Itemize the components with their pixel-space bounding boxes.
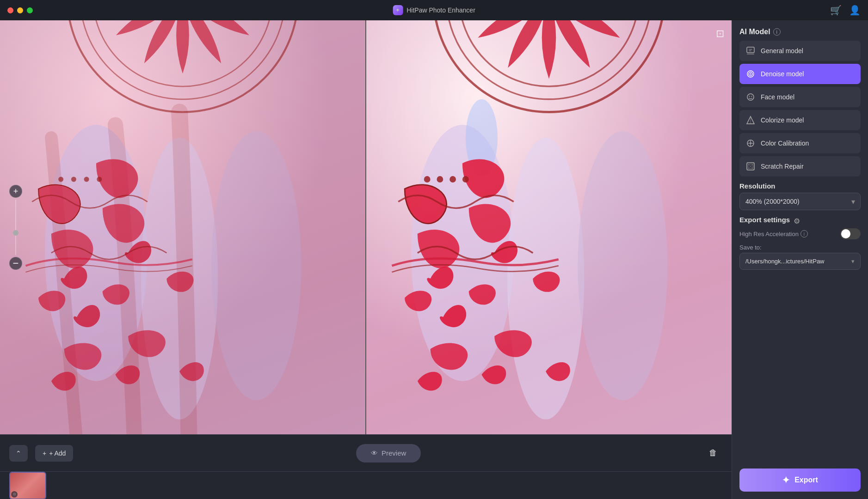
ai-model-title: AI Model i	[739, 28, 861, 36]
original-panel: + −	[0, 20, 366, 434]
high-res-toggle[interactable]	[840, 228, 861, 239]
original-image	[0, 20, 365, 434]
svg-point-28	[747, 94, 754, 100]
thumbnail-strip: ⊙	[0, 471, 732, 499]
titlebar-actions: 🛒 👤	[830, 5, 861, 16]
minimize-button[interactable]	[17, 7, 23, 13]
export-button[interactable]: ✦ Export	[739, 469, 861, 492]
enhanced-panel: ⊡	[366, 20, 732, 434]
app-title: ✦ HitPaw Photo Enhancer	[393, 5, 475, 15]
colorize-model-icon	[745, 115, 756, 126]
color-calibration-label: Color Calibration	[761, 140, 809, 147]
trash-icon: 🗑	[709, 448, 717, 458]
close-button[interactable]	[7, 7, 13, 13]
model-item-color-calibration[interactable]: Color Calibration	[739, 133, 861, 153]
resolution-label: Resolution	[739, 182, 861, 190]
general-model-icon	[745, 45, 756, 56]
sidebar: AI Model i General model	[732, 20, 868, 499]
zoom-controls: + −	[9, 185, 22, 270]
thumbnail-item[interactable]: ⊙	[9, 472, 46, 499]
color-calibration-icon	[745, 138, 756, 149]
save-path-text: /Users/hongk...ictures/HitPaw	[745, 258, 825, 265]
gear-icon[interactable]: ⚙	[794, 217, 800, 225]
ai-model-title-text: AI Model	[739, 28, 770, 36]
svg-point-30	[751, 96, 752, 97]
export-label: Export	[794, 476, 818, 484]
export-settings-label: Export settings	[739, 216, 790, 224]
zoom-in-button[interactable]: +	[9, 185, 22, 198]
bottom-toolbar: ⌃ + + Add 👁 Preview 🗑	[0, 434, 732, 471]
enhanced-image	[366, 20, 732, 434]
cart-icon[interactable]: 🛒	[830, 5, 842, 16]
maximize-button[interactable]	[27, 7, 33, 13]
high-res-row: High Res Acceleration i	[739, 226, 861, 241]
save-path-wrapper: /Users/hongk...ictures/HitPaw ▾	[739, 253, 861, 270]
svg-point-7	[58, 177, 63, 182]
add-label: + Add	[49, 450, 66, 457]
svg-point-14	[578, 131, 667, 400]
colorize-model-label: Colorize model	[761, 116, 804, 124]
add-button[interactable]: + + Add	[35, 445, 73, 462]
preview-button[interactable]: 👁 Preview	[356, 444, 421, 462]
svg-point-20	[437, 176, 443, 183]
resolution-section: Resolution 100% (500*500) 200% (1000*100…	[739, 182, 861, 210]
svg-point-22	[462, 176, 469, 183]
app-logo: ✦	[393, 5, 403, 15]
model-item-scratch-repair[interactable]: Scratch Repair	[739, 156, 861, 176]
svg-point-27	[750, 73, 751, 75]
collapse-button[interactable]: ⌃	[9, 445, 28, 462]
content-area: + −	[0, 20, 732, 499]
thumbnail-status-icon: ⊙	[11, 491, 18, 498]
scratch-repair-icon	[745, 161, 756, 172]
export-section: ✦ Export	[739, 469, 861, 492]
face-model-icon	[745, 91, 756, 103]
titlebar: ✦ HitPaw Photo Enhancer 🛒 👤	[0, 0, 868, 20]
zoom-slider[interactable]	[15, 200, 16, 255]
svg-rect-24	[747, 54, 754, 55]
resolution-select[interactable]: 100% (500*500) 200% (1000*1000) 400% (20…	[739, 193, 861, 210]
ai-model-info-icon[interactable]: i	[773, 28, 781, 36]
henna-svg-right	[366, 20, 732, 434]
save-to-label: Save to:	[739, 244, 861, 251]
toggle-thumb	[841, 229, 850, 238]
general-model-label: General model	[761, 47, 803, 55]
denoise-model-icon	[745, 68, 756, 79]
svg-point-3	[211, 131, 301, 400]
face-model-label: Face model	[761, 93, 794, 101]
path-chevron-icon: ▾	[851, 258, 855, 265]
main-layout: + −	[0, 20, 868, 499]
svg-point-10	[97, 177, 102, 182]
svg-point-29	[749, 96, 750, 97]
export-star-icon: ✦	[782, 475, 790, 486]
zoom-out-button[interactable]: −	[9, 257, 22, 270]
svg-rect-23	[747, 47, 754, 53]
export-settings-header: Export settings ⚙	[739, 216, 861, 226]
save-path-box[interactable]: /Users/hongk...ictures/HitPaw ▾	[739, 253, 861, 270]
preview-label: Preview	[382, 449, 406, 457]
model-list: General model Denoise model	[739, 41, 861, 176]
plus-icon: +	[43, 450, 46, 457]
svg-point-21	[449, 176, 456, 183]
scratch-repair-label: Scratch Repair	[761, 163, 804, 170]
image-comparison-area: + −	[0, 20, 732, 434]
eye-icon: 👁	[371, 449, 378, 457]
svg-point-9	[84, 177, 89, 182]
model-item-face[interactable]: Face model	[739, 87, 861, 107]
model-item-denoise[interactable]: Denoise model	[739, 64, 861, 84]
zoom-slider-thumb	[13, 230, 18, 236]
svg-point-19	[424, 176, 431, 183]
model-item-general[interactable]: General model	[739, 41, 861, 61]
high-res-label: High Res Acceleration i	[739, 230, 808, 237]
traffic-lights	[7, 7, 33, 13]
user-icon[interactable]: 👤	[849, 5, 861, 16]
resolution-select-wrapper: 100% (500*500) 200% (1000*1000) 400% (20…	[739, 193, 861, 210]
delete-button[interactable]: 🗑	[704, 445, 722, 462]
chevron-up-icon: ⌃	[16, 450, 21, 457]
ai-model-section: AI Model i General model	[739, 28, 861, 176]
high-res-info-icon[interactable]: i	[800, 230, 808, 237]
model-item-colorize[interactable]: Colorize model	[739, 110, 861, 130]
henna-svg-left	[0, 20, 365, 434]
denoise-model-label: Denoise model	[761, 70, 804, 78]
crop-icon[interactable]: ⊡	[716, 28, 724, 40]
svg-point-37	[750, 142, 751, 144]
